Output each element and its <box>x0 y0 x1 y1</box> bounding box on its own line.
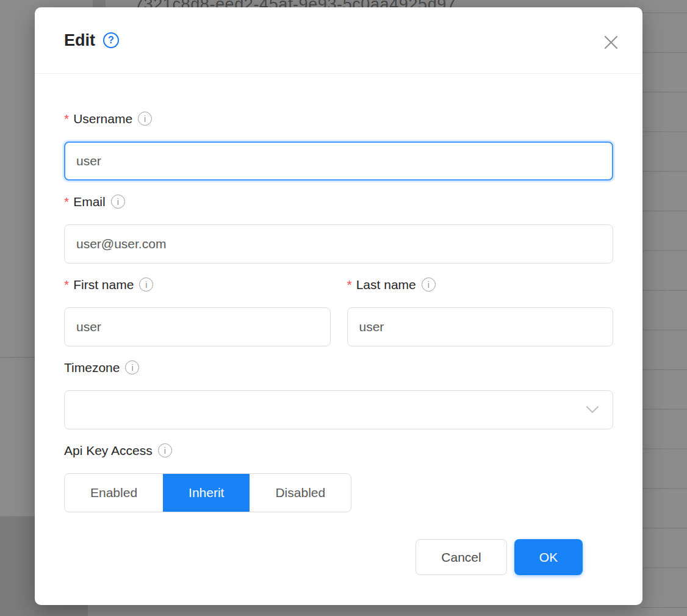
last-name-label-text: Last name <box>356 278 416 292</box>
last-name-input[interactable] <box>347 307 614 346</box>
api-key-access-label-text: Api Key Access <box>64 443 153 458</box>
info-circle-icon[interactable]: i <box>138 112 152 126</box>
modal-body: * Username i * Email i * First name i <box>35 74 642 575</box>
first-name-label-text: First name <box>73 278 134 292</box>
username-input[interactable] <box>64 141 613 181</box>
first-name-label: * First name i <box>64 277 331 292</box>
modal-title: Edit <box>64 31 95 50</box>
modal-header: Edit ? <box>35 7 642 74</box>
email-label-text: Email <box>73 195 106 209</box>
timezone-select[interactable] <box>64 390 613 429</box>
name-fields-row: * First name i * Last name i <box>64 277 613 346</box>
api-key-access-option-disabled[interactable]: Disabled <box>250 474 351 512</box>
required-marker: * <box>347 277 352 292</box>
email-field-group: * Email i <box>64 194 613 263</box>
first-name-input[interactable] <box>64 307 331 346</box>
info-circle-icon[interactable]: i <box>158 443 172 457</box>
timezone-label: Timezone i <box>64 360 613 375</box>
required-marker: * <box>64 111 69 126</box>
timezone-field-group: Timezone i <box>64 360 613 429</box>
username-label: * Username i <box>64 111 613 126</box>
api-key-access-option-inherit[interactable]: Inherit <box>163 474 250 512</box>
info-circle-icon[interactable]: i <box>422 278 436 292</box>
close-button[interactable] <box>603 34 619 51</box>
last-name-label: * Last name i <box>347 277 614 292</box>
info-circle-icon[interactable]: i <box>111 195 125 209</box>
last-name-field-group: * Last name i <box>347 277 614 346</box>
username-field-group: * Username i <box>64 111 613 181</box>
chevron-down-icon <box>585 405 600 415</box>
email-input[interactable] <box>64 224 613 263</box>
info-circle-icon[interactable]: i <box>139 278 153 292</box>
required-marker: * <box>64 277 69 292</box>
api-key-access-radio-group: Enabled Inherit Disabled <box>64 473 351 512</box>
email-label: * Email i <box>64 194 613 209</box>
timezone-label-text: Timezone <box>64 360 120 375</box>
info-circle-icon[interactable]: i <box>125 360 139 374</box>
close-icon <box>603 43 619 52</box>
question-circle-icon[interactable]: ? <box>103 32 119 48</box>
api-key-access-option-enabled[interactable]: Enabled <box>65 474 163 512</box>
required-marker: * <box>64 194 69 209</box>
ok-button[interactable]: OK <box>514 539 583 575</box>
username-label-text: Username <box>73 112 132 126</box>
api-key-access-field-group: Api Key Access i Enabled Inherit Disable… <box>64 443 613 512</box>
edit-modal: Edit ? * Username i * Email <box>35 7 642 605</box>
cancel-button[interactable]: Cancel <box>415 539 507 575</box>
first-name-field-group: * First name i <box>64 277 331 346</box>
modal-footer: Cancel OK <box>64 539 613 575</box>
api-key-access-label: Api Key Access i <box>64 443 613 458</box>
